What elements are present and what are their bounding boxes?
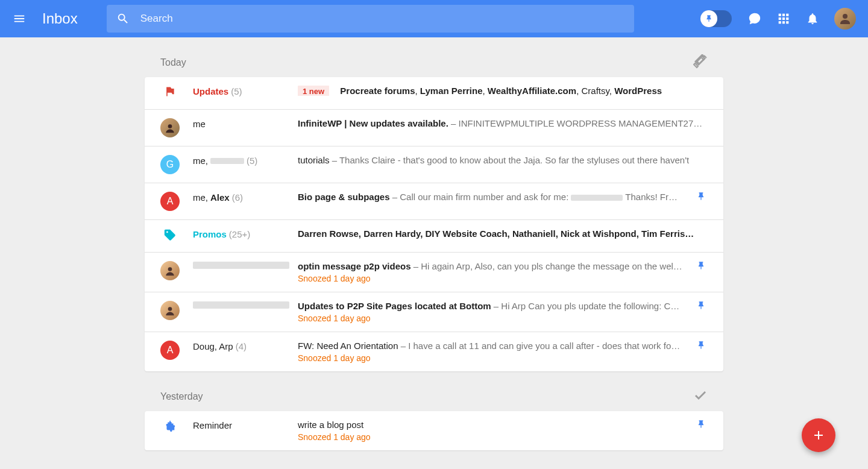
reminder-icon xyxy=(163,420,177,433)
email-row[interactable]: optin message p2p videos – Hi again Arp,… xyxy=(145,253,723,292)
compose-fab[interactable] xyxy=(802,418,835,452)
preview: – I have a call at 11 and can give you a… xyxy=(398,341,680,351)
preview-a: – Call our main firm number and ask for … xyxy=(390,192,569,202)
avatar-face-icon xyxy=(164,265,176,277)
bundle-name: Promos xyxy=(193,229,227,239)
pin-icon xyxy=(696,341,706,350)
email-row[interactable]: G me, (5) tutorials – Thanks Claire - th… xyxy=(145,146,723,183)
bundle-updates[interactable]: Updates (5) 1 new Procreate forums, Lyma… xyxy=(145,77,723,110)
pin-indicator[interactable] xyxy=(693,341,709,350)
section-header-yesterday: Yesterday xyxy=(145,383,723,411)
svg-rect-0 xyxy=(779,14,781,16)
svg-rect-4 xyxy=(782,17,785,20)
avatar xyxy=(160,261,180,280)
bundle-name: Updates xyxy=(193,86,228,96)
pin-icon xyxy=(696,261,706,271)
sender: Doug, Arp xyxy=(193,341,233,351)
pin-icon xyxy=(696,192,706,201)
redacted-sender xyxy=(193,262,289,269)
pin-icon xyxy=(696,301,706,310)
section-label: Yesterday xyxy=(160,391,203,402)
pinned-toggle[interactable] xyxy=(700,10,732,27)
reminder-text: write a blog post xyxy=(298,420,363,430)
snoozed-label: Snoozed 1 day ago xyxy=(298,313,693,323)
email-row[interactable]: A me, Alex (6) Bio page & subpages – Cal… xyxy=(145,183,723,220)
apps-icon[interactable] xyxy=(776,11,791,26)
svg-point-9 xyxy=(843,14,848,19)
pin-indicator[interactable] xyxy=(693,301,709,310)
sender: me xyxy=(193,119,206,129)
bundle-count: (5) xyxy=(231,86,242,96)
avatar xyxy=(160,118,180,137)
sender-a: me, xyxy=(193,192,208,203)
toggle-knob xyxy=(700,10,717,27)
avatar-face-icon xyxy=(164,304,176,316)
reminder-label: Reminder xyxy=(193,420,232,430)
section-header-this-month: This month xyxy=(145,462,723,469)
thread-count: (4) xyxy=(236,341,247,351)
thread-count: (6) xyxy=(232,192,243,203)
avatar xyxy=(160,301,180,320)
app-title: Inbox xyxy=(42,10,78,27)
flag-icon xyxy=(164,86,176,98)
sweep-button[interactable] xyxy=(693,54,708,71)
sweep-button[interactable] xyxy=(693,388,708,405)
search-bar[interactable] xyxy=(107,5,634,33)
avatar: A xyxy=(160,192,180,211)
bundle-promos[interactable]: Promos (25+) Darren Rowse, Darren Hardy,… xyxy=(145,220,723,253)
svg-point-10 xyxy=(168,124,172,128)
header-icons xyxy=(747,8,856,30)
redacted-text xyxy=(571,195,623,201)
pin-icon xyxy=(696,420,706,429)
email-row[interactable]: A Doug, Arp (4) FW: Need An Orientation … xyxy=(145,332,723,371)
preview-b: Thanks! Fr… xyxy=(625,192,678,202)
sender-b: Alex xyxy=(210,192,230,203)
pin-indicator[interactable] xyxy=(693,261,709,271)
tag-icon xyxy=(163,228,177,242)
thread-count: (5) xyxy=(247,156,257,166)
subject: FW: Need An Orientation xyxy=(298,341,398,351)
svg-rect-7 xyxy=(782,21,785,24)
bundle-senders: Darren Rowse, Darren Hardy, DIY Website … xyxy=(298,228,694,239)
avatar-face-icon xyxy=(838,11,852,26)
pin-indicator[interactable] xyxy=(693,192,709,201)
search-icon xyxy=(116,12,130,25)
avatar: G xyxy=(160,155,180,174)
pin-icon xyxy=(705,14,713,23)
plus-icon xyxy=(811,428,826,442)
subject: tutorials xyxy=(298,155,330,165)
snoozed-label: Snoozed 1 day ago xyxy=(298,432,693,442)
pin-indicator[interactable] xyxy=(693,420,709,429)
svg-rect-8 xyxy=(786,21,788,24)
hamburger-icon xyxy=(13,12,26,25)
avatar-face-icon xyxy=(164,122,176,134)
section-header-today: Today xyxy=(145,49,723,77)
menu-button[interactable] xyxy=(5,4,34,33)
today-card: Updates (5) 1 new Procreate forums, Lyma… xyxy=(145,77,723,371)
account-avatar[interactable] xyxy=(834,8,856,30)
preview: – Hi Arp Can you pls update the followin… xyxy=(491,301,680,311)
redacted-name xyxy=(210,158,244,164)
subject: Updates to P2P Site Pages located at Bot… xyxy=(298,301,491,311)
section-label: Today xyxy=(160,57,186,68)
notifications-icon[interactable] xyxy=(805,11,820,26)
preview: – Hi again Arp, Also, can you pls change… xyxy=(411,261,682,271)
svg-point-11 xyxy=(168,267,172,271)
header: Inbox xyxy=(0,0,868,37)
chat-icon[interactable] xyxy=(747,11,762,26)
svg-rect-3 xyxy=(779,17,781,20)
yesterday-card: Reminder write a blog post Snoozed 1 day… xyxy=(145,411,723,450)
svg-rect-2 xyxy=(786,14,788,16)
search-input[interactable] xyxy=(139,12,624,25)
email-row[interactable]: me InfiniteWP | New updates available. –… xyxy=(145,110,723,146)
reminder-row[interactable]: Reminder write a blog post Snoozed 1 day… xyxy=(145,411,723,450)
subject: Bio page & subpages xyxy=(298,192,390,202)
new-badge: 1 new xyxy=(298,86,329,96)
email-row[interactable]: Updates to P2P Site Pages located at Bot… xyxy=(145,292,723,332)
svg-rect-5 xyxy=(786,17,788,20)
bundle-count: (25+) xyxy=(229,229,250,239)
content: Today Updates (5) 1 new Procreate forums… xyxy=(145,37,723,469)
preview: – Thanks Claire - that's good to know ab… xyxy=(330,155,690,165)
sender-prefix: me, xyxy=(193,156,208,166)
svg-point-12 xyxy=(168,307,172,311)
